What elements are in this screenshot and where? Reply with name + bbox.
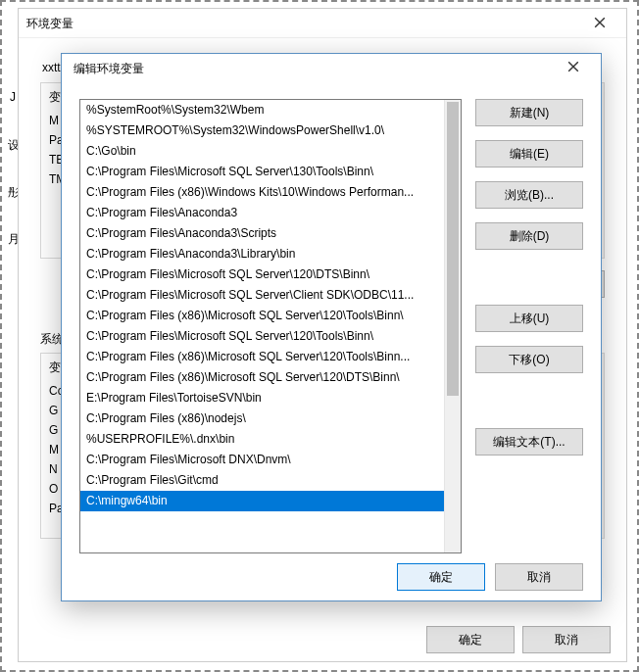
edit-titlebar: 编辑环境变量 — [62, 54, 601, 83]
env-vars-close-button[interactable] — [581, 13, 618, 34]
env-vars-titlebar: 环境变量 — [19, 9, 626, 38]
path-list-item[interactable]: C:\Program Files\Git\cmd — [80, 470, 444, 491]
edit-title: 编辑环境变量 — [74, 61, 144, 77]
move-down-button[interactable]: 下移(O) — [475, 346, 583, 373]
path-list-item[interactable]: %USERPROFILE%\.dnx\bin — [80, 429, 444, 450]
path-list-item[interactable]: C:\Program Files\Microsoft SQL Server\12… — [80, 326, 444, 347]
browse-button[interactable]: 浏览(B)... — [475, 181, 583, 209]
path-list-item[interactable]: C:\Program Files (x86)\Microsoft SQL Ser… — [80, 367, 444, 388]
path-list-item[interactable]: C:\Program Files (x86)\Windows Kits\10\W… — [80, 182, 444, 203]
edit-wrap: %SystemRoot%\System32\Wbem%SYSTEMROOT%\S… — [79, 99, 583, 553]
path-list-item[interactable]: C:\Program Files\Microsoft SQL Server\12… — [80, 264, 444, 285]
close-icon — [594, 17, 606, 28]
path-list-item[interactable]: C:\Program Files\Microsoft SQL Server\Cl… — [80, 285, 444, 306]
user-section-label: xxtt — [42, 61, 61, 74]
path-list-item[interactable]: C:\Program Files\Anaconda3\Library\bin — [80, 244, 444, 264]
edit-text-button[interactable]: 编辑文本(T)... — [475, 428, 583, 456]
path-list-item[interactable]: C:\Program Files (x86)\Microsoft SQL Ser… — [80, 347, 444, 367]
env-vars-cancel-button[interactable]: 取消 — [522, 626, 611, 653]
close-icon — [567, 61, 579, 72]
move-up-button[interactable]: 上移(U) — [475, 305, 583, 332]
edit-body: %SystemRoot%\System32\Wbem%SYSTEMROOT%\S… — [62, 83, 601, 553]
sys-col-var: 变 — [49, 360, 61, 376]
path-list-item[interactable]: E:\Program Files\TortoiseSVN\bin — [80, 388, 444, 408]
env-vars-footer: 确定 取消 — [19, 618, 626, 661]
path-list-item[interactable]: C:\Program Files\Microsoft DNX\Dnvm\ — [80, 450, 444, 470]
env-vars-title: 环境变量 — [26, 9, 74, 38]
spacer — [475, 264, 583, 291]
path-list-item[interactable]: %SYSTEMROOT%\System32\WindowsPowerShell\… — [80, 120, 444, 141]
path-list-item[interactable]: C:\Program Files\Anaconda3 — [80, 203, 444, 223]
path-list-item[interactable]: C:\Program Files\Anaconda3\Scripts — [80, 223, 444, 244]
edit-button[interactable]: 编辑(E) — [475, 140, 583, 168]
edit-footer: 确定 取消 — [62, 553, 601, 600]
spacer — [475, 387, 583, 414]
path-list-item[interactable]: C:\Go\bin — [80, 141, 444, 162]
path-listbox[interactable]: %SystemRoot%\System32\Wbem%SYSTEMROOT%\S… — [79, 99, 462, 553]
env-vars-ok-button[interactable]: 确定 — [426, 626, 515, 653]
user-col-var: 变 — [49, 89, 61, 106]
edit-ok-button[interactable]: 确定 — [397, 563, 485, 591]
path-scrollbar[interactable] — [444, 100, 461, 552]
edit-cancel-button[interactable]: 取消 — [495, 563, 583, 591]
path-list-item[interactable]: C:\Program Files\Microsoft SQL Server\13… — [80, 162, 444, 182]
path-list-item[interactable]: C:\Program Files (x86)\Microsoft SQL Ser… — [80, 306, 444, 326]
edit-close-button[interactable] — [552, 57, 595, 80]
path-list-item[interactable]: C:\mingw64\bin — [80, 491, 444, 511]
delete-button[interactable]: 删除(D) — [475, 222, 583, 250]
side-buttons: 新建(N) 编辑(E) 浏览(B)... 删除(D) 上移(U) 下移(O) 编… — [475, 99, 583, 553]
screenshot-frame: J 设 彤 月 确定 取消 应用(A) 环境变量 xxtt 变 MPaTETM — [0, 0, 639, 672]
new-button[interactable]: 新建(N) — [475, 99, 583, 126]
path-list-item[interactable]: %SystemRoot%\System32\Wbem — [80, 100, 444, 120]
edit-env-var-dialog: 编辑环境变量 %SystemRoot%\System32\Wbem%SYSTEM… — [61, 53, 602, 601]
scroll-thumb[interactable] — [447, 102, 459, 396]
path-list-item[interactable]: C:\Program Files (x86)\nodejs\ — [80, 408, 444, 429]
